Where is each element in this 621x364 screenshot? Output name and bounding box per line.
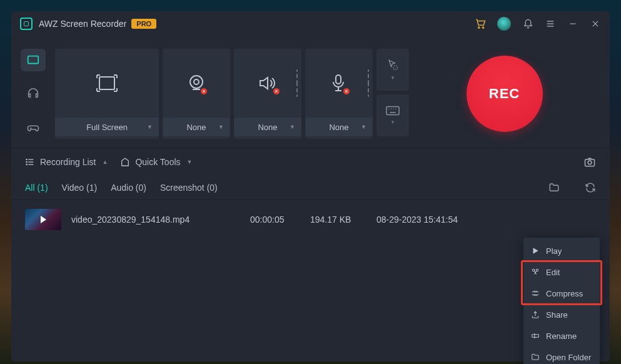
speaker-dropdown[interactable]: None ▼ (234, 118, 301, 136)
file-list: video_20230829_154148.mp4 00:00:05 194.1… (11, 200, 610, 239)
ctx-share-label: Share (546, 310, 568, 320)
chevron-down-icon: ▼ (290, 124, 295, 130)
svg-point-17 (393, 66, 398, 70)
region-dropdown[interactable]: Full Screen ▼ (55, 118, 159, 136)
side-panels: ▼ ▼ (376, 49, 409, 139)
cart-icon[interactable] (475, 18, 486, 29)
audio-tab[interactable] (21, 83, 46, 105)
ctx-edit[interactable]: Edit (523, 261, 600, 283)
app-title: AWZ Screen Recorder (39, 19, 126, 29)
mic-icon[interactable] (305, 49, 373, 118)
file-row[interactable]: video_20230829_154148.mp4 00:00:05 194.1… (25, 209, 596, 230)
file-name: video_20230829_154148.mp4 (71, 215, 240, 225)
webcam-icon[interactable] (163, 49, 230, 118)
list-toolbar: Recording List ▲ Quick Tools ▼ (11, 148, 610, 175)
region-icon[interactable] (55, 49, 159, 118)
chevron-down-icon: ▼ (390, 119, 395, 125)
record-button[interactable]: REC (467, 56, 543, 132)
auto-click-panel[interactable]: ▼ (376, 49, 409, 91)
speaker-label: None (258, 123, 277, 132)
webcam-dropdown[interactable]: None ▼ (163, 118, 230, 136)
speaker-card: None ▼ (234, 49, 301, 139)
filter-all[interactable]: All (1) (25, 183, 48, 193)
filter-row: All (1) Video (1) Audio (0) Screenshot (… (11, 175, 610, 200)
filter-screenshot[interactable]: Screenshot (0) (160, 183, 218, 193)
chevron-down-icon: ▼ (390, 75, 395, 81)
speaker-icon[interactable] (234, 49, 301, 118)
region-card: Full Screen ▼ (55, 49, 159, 139)
ctx-share[interactable]: Share (523, 304, 600, 325)
svg-point-13 (194, 79, 199, 84)
recording-list-label: Recording List (40, 157, 96, 167)
ctx-play[interactable]: Play (523, 240, 600, 261)
svg-point-27 (26, 159, 27, 159)
svg-point-0 (478, 27, 480, 28)
filter-audio[interactable]: Audio (0) (111, 183, 146, 193)
avatar[interactable] (497, 17, 511, 31)
mic-card: None ▼ (305, 49, 373, 139)
svg-rect-11 (99, 77, 114, 89)
svg-rect-18 (386, 107, 399, 115)
quick-tools-dropdown[interactable]: Quick Tools ▼ (120, 157, 192, 167)
file-thumbnail (25, 209, 61, 230)
file-size: 194.17 KB (310, 215, 366, 225)
svg-point-31 (588, 160, 592, 164)
ctx-play-label: Play (546, 246, 562, 256)
snapshot-icon[interactable] (583, 156, 596, 168)
ctx-edit-label: Edit (546, 268, 560, 277)
menu-icon[interactable] (545, 18, 556, 29)
svg-rect-38 (532, 335, 539, 338)
ctx-rename-label: Rename (546, 331, 577, 341)
app-logo-icon (20, 18, 33, 30)
webcam-card: None ▼ (163, 49, 230, 139)
chevron-down-icon: ▼ (147, 124, 153, 130)
app-window: AWZ Screen Recorder PRO (11, 11, 610, 361)
folder-icon[interactable] (548, 182, 560, 193)
mic-label: None (329, 123, 348, 132)
pro-badge: PRO (131, 19, 156, 29)
main-row: Full Screen ▼ None ▼ (11, 36, 610, 148)
source-panels: Full Screen ▼ None ▼ (55, 49, 373, 139)
keyboard-panel[interactable]: ▼ (376, 94, 409, 136)
svg-point-12 (190, 76, 203, 88)
rec-label: REC (489, 86, 520, 102)
left-tabs (11, 49, 55, 139)
minimize-icon[interactable] (567, 18, 578, 29)
svg-rect-8 (28, 56, 39, 64)
close-icon[interactable] (590, 18, 601, 29)
ctx-compress[interactable]: Compress (523, 283, 600, 304)
chevron-down-icon: ▼ (187, 159, 193, 165)
region-label: Full Screen (86, 123, 128, 132)
svg-point-28 (26, 161, 27, 162)
recording-list-dropdown[interactable]: Recording List ▲ (25, 157, 108, 167)
file-datetime: 08-29-2023 15:41:54 (376, 215, 458, 225)
ctx-compress-label: Compress (546, 289, 583, 298)
context-menu: Play Edit Compress Share Rename Open Fol… (523, 238, 600, 364)
webcam-label: None (186, 123, 206, 132)
screen-tab[interactable] (21, 49, 46, 71)
chevron-down-icon: ▼ (218, 124, 224, 130)
filter-video[interactable]: Video (1) (62, 183, 98, 193)
mic-dropdown[interactable]: None ▼ (305, 118, 373, 136)
rec-area: REC (409, 49, 600, 139)
bell-icon[interactable] (522, 18, 533, 29)
quick-tools-label: Quick Tools (135, 157, 180, 167)
svg-point-29 (26, 164, 27, 164)
chevron-down-icon: ▼ (361, 124, 366, 130)
svg-rect-14 (336, 75, 341, 84)
svg-point-1 (482, 27, 483, 28)
game-tab[interactable] (21, 116, 46, 139)
titlebar: AWZ Screen Recorder PRO (11, 11, 610, 36)
ctx-rename[interactable]: Rename (523, 325, 600, 346)
file-duration: 00:00:05 (250, 215, 300, 225)
chevron-up-icon: ▲ (103, 159, 108, 165)
refresh-icon[interactable] (585, 182, 596, 193)
ctx-open-folder-label: Open Folder (546, 353, 591, 362)
ctx-open-folder[interactable]: Open Folder (523, 346, 600, 364)
